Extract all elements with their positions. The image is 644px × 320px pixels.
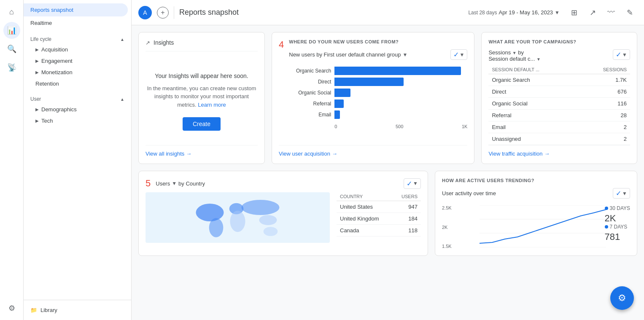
svg-point-7: [264, 227, 278, 236]
sidebar-item-realtime[interactable]: Realtime: [24, 16, 128, 30]
insights-sub-text: In the meantime, you can create new cust…: [146, 84, 258, 109]
svg-point-1: [196, 204, 224, 221]
table-row: Organic Search 1.7K: [488, 74, 630, 86]
check-dropdown-button[interactable]: ✓ ▼: [450, 49, 468, 60]
sidebar-item-monetization[interactable]: ▶ Monetization: [24, 67, 131, 78]
bar-row-direct: Direct: [289, 78, 467, 86]
users-dropdown[interactable]: ▼: [172, 180, 177, 186]
new-users-footer: View user acquisition →: [279, 145, 467, 157]
subtitle-dropdown[interactable]: ▼: [402, 52, 407, 58]
col-country: COUNTRY: [337, 192, 393, 201]
sidebar-item-reports-snapshot[interactable]: Reports snapshot: [24, 3, 128, 16]
sessions-dropdown[interactable]: ▼: [512, 51, 517, 55]
map-svg: [146, 192, 330, 243]
svg-point-2: [209, 218, 224, 237]
home-icon[interactable]: ⌂: [3, 3, 20, 20]
sidebar-item-retention[interactable]: Retention: [24, 78, 131, 89]
country-check-dropdown[interactable]: ✓ ▼: [404, 178, 421, 189]
avatar[interactable]: A: [138, 6, 152, 19]
user-section: User ▲: [24, 93, 131, 104]
bar-fill: [334, 89, 350, 97]
check-dropdown-arrow: ▼: [622, 191, 627, 196]
active-users-header: User activity over time ✓ ▼: [442, 188, 630, 199]
view-user-acquisition-link[interactable]: View user acquisition →: [279, 151, 467, 157]
chevron-icon: ▶: [35, 70, 39, 75]
active-users-check-dropdown[interactable]: ✓ ▼: [613, 188, 630, 199]
sidebar: Reports snapshot Realtime Life cycle ▲ ▶…: [24, 0, 132, 320]
arrow-icon: →: [186, 151, 191, 157]
bar-fill: [334, 110, 340, 119]
top-campaigns-title: WHAT ARE YOUR TOP CAMPAIGNS?: [488, 39, 630, 44]
sidebar-item-library[interactable]: 📁 Library: [24, 304, 128, 317]
sidebar-item-acquisition[interactable]: ▶ Acquisition: [24, 44, 131, 55]
edit-icon-button[interactable]: ✎: [622, 5, 637, 20]
bottom-cards-row: 5 Users ▼ by Country ✓ ▼: [138, 171, 637, 256]
icon-bar: ⌂ 📊 🔍 📡 ⚙: [0, 0, 24, 320]
check-icon: ✓: [616, 189, 621, 197]
check-icon: ✓: [616, 51, 621, 59]
fab-settings-button[interactable]: ⚙: [610, 286, 634, 310]
gear-icon: ⚙: [618, 293, 626, 304]
library-icon: 📁: [30, 307, 37, 313]
sidebar-item-tech[interactable]: ▶ Tech: [24, 115, 131, 126]
dot-7days: [605, 225, 608, 229]
lifecycle-chevron[interactable]: ▲: [120, 37, 124, 42]
session-default-dropdown[interactable]: ▼: [536, 57, 541, 62]
compare-icon-button[interactable]: ⊞: [566, 5, 582, 20]
bar-fill: [334, 67, 461, 75]
chevron-icon: ▶: [35, 107, 39, 112]
check-dropdown-arrow: ▼: [460, 52, 465, 58]
create-button[interactable]: Create: [183, 117, 221, 131]
svg-point-5: [242, 200, 280, 215]
arrow-icon: →: [544, 151, 550, 157]
table-row: Email 2: [488, 121, 630, 133]
insights-card-footer: View all insights →: [146, 145, 258, 157]
insights-empty-text: Your Insights will appear here soon.: [155, 73, 248, 79]
svg-point-4: [230, 211, 245, 232]
bar-row-organic-search: Organic Search: [289, 67, 467, 75]
insights-icon-button[interactable]: 〰: [604, 5, 619, 20]
insights-content: Your Insights will appear here soon. In …: [146, 58, 258, 145]
campaigns-check-dropdown[interactable]: ✓ ▼: [613, 49, 630, 60]
sidebar-item-demographics[interactable]: ▶ Demographics: [24, 104, 131, 115]
bar-fill: [334, 78, 404, 86]
table-row: Direct 676: [488, 86, 630, 98]
table-row: Referral 28: [488, 110, 630, 121]
step-number-4: 4: [279, 39, 284, 50]
top-cards-row: ↗ Insights Your Insights will appear her…: [138, 32, 637, 164]
chevron-icon: ▶: [35, 47, 39, 52]
insights-card: ↗ Insights Your Insights will appear her…: [138, 32, 265, 164]
new-users-card-header: New users by First user default channel …: [289, 49, 467, 60]
col-session-default: SESSION DEFAULT ...: [488, 65, 579, 74]
line-chart-svg: [455, 205, 630, 247]
share-icon-button[interactable]: ↗: [585, 5, 600, 20]
campaigns-subtitle: Sessions ▼ by Session default c... ▼: [488, 49, 540, 62]
new-users-card-title: WHERE DO YOUR NEW USERS COME FROM?: [289, 39, 467, 44]
sidebar-item-engagement[interactable]: ▶ Engagement: [24, 55, 131, 67]
new-users-card: 4 WHERE DO YOUR NEW USERS COME FROM? New…: [272, 32, 474, 164]
view-traffic-acquisition-link[interactable]: View traffic acquisition →: [488, 151, 630, 157]
table-row: Organic Social 116: [488, 98, 630, 110]
check-icon: ✓: [453, 51, 459, 59]
reports-icon[interactable]: 📊: [3, 22, 20, 39]
top-campaigns-header: Sessions ▼ by Session default c... ▼ ✓ ▼: [488, 49, 630, 62]
world-map: [146, 192, 330, 243]
explore-icon[interactable]: 🔍: [3, 40, 20, 57]
insights-trend-icon: ↗: [146, 40, 150, 46]
add-property-button[interactable]: +: [157, 7, 169, 19]
settings-icon[interactable]: ⚙: [3, 300, 20, 317]
learn-more-link[interactable]: Learn more: [198, 102, 226, 108]
divider: [174, 6, 174, 19]
user-chevron[interactable]: ▲: [120, 97, 124, 102]
legend-7days: 7 DAYS: [605, 224, 630, 230]
date-range-selector[interactable]: Last 28 days Apr 19 - May 16, 2023 ▼: [465, 8, 563, 17]
view-all-insights-link[interactable]: View all insights →: [146, 151, 258, 157]
advertising-icon[interactable]: 📡: [3, 59, 20, 76]
content-area: ↗ Insights Your Insights will appear her…: [132, 25, 644, 320]
table-row: Canada 118: [337, 225, 421, 237]
value-30days: 2K: [605, 213, 630, 224]
bar-row-email: Email: [289, 110, 467, 119]
active-users-title: HOW ARE ACTIVE USERS TRENDING?: [442, 178, 630, 183]
bar-fill: [334, 99, 344, 108]
chevron-icon: ▶: [35, 118, 39, 123]
